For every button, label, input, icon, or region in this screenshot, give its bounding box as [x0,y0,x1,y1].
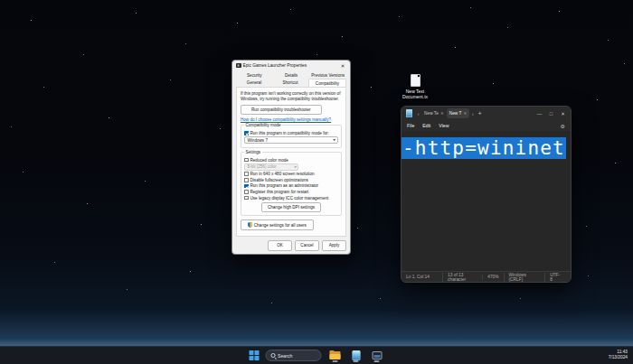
legacy-icc-row[interactable]: Use legacy display ICC color management [244,196,338,201]
tab-scroll-right-icon[interactable]: › [469,111,476,117]
tab-close-icon[interactable]: ✕ [463,111,467,116]
window-taskbar-icon [372,351,382,359]
compat-mode-checkbox-label: Run this program in compatibility mode f… [250,131,329,135]
reduced-color-row[interactable]: Reduced color mode [244,158,338,163]
tab-details[interactable]: Details [273,71,310,79]
change-all-users-label: Change settings for all users [254,223,307,228]
compatibility-mode-group: Compatibility mode Run this program in c… [241,125,342,148]
character-count: 13 of 13 character [442,273,482,282]
dialog-close-icon[interactable]: ✕ [339,63,346,69]
add-tab-icon[interactable]: + [476,110,484,117]
compat-os-dropdown-value: Windows 7 [248,138,268,143]
run-troubleshooter-button[interactable]: Run compatibility troubleshooter [241,105,322,115]
chevron-down-icon [294,165,297,168]
run-as-admin-row[interactable]: Run this program as an administrator [244,183,338,188]
apply-button[interactable]: Apply [322,240,346,250]
compat-mode-checkbox-row[interactable]: Run this program in compatibility mode f… [244,131,338,135]
clock-date: 7/13/2024 [609,356,628,362]
taskbar-properties-window[interactable] [370,349,384,363]
resolution-label: Run in 640 x 480 screen resolution [250,172,315,176]
taskbar: Search 11:43 7/13/2024 [0,346,633,364]
color-depth-dropdown: 8-bit (256) color [244,163,298,171]
cancel-button[interactable]: Cancel [295,240,319,250]
taskbar-clock[interactable]: 11:43 7/13/2024 [609,350,628,361]
start-button[interactable] [250,350,260,360]
compatibility-intro-text: If this program isn't working correctly … [241,91,342,102]
properties-dialog: E Epic Games Launcher Properties ✕ Secur… [231,60,351,255]
cursor-position: Ln 1, Col 14 [406,275,442,279]
document-icon [411,74,420,87]
settings-group: Settings Reduced color mode 8-bit (256) … [241,152,342,216]
maximize-icon[interactable]: □ [545,107,557,120]
line-ending[interactable]: Windows (CRLF) [504,273,545,282]
notepad-taskbar-icon [352,350,360,360]
compatibility-panel: If this program isn't working correctly … [236,87,346,237]
change-dpi-button[interactable]: Change high DPI settings [261,202,322,212]
compat-mode-checkbox[interactable] [244,131,249,135]
search-icon [271,353,276,358]
start-icon [250,350,254,355]
chevron-down-icon [333,138,335,141]
reduced-color-label: Reduced color mode [250,158,288,163]
ok-button[interactable]: OK [268,240,292,250]
change-all-users-button[interactable]: Change settings for all users [241,219,314,230]
taskbar-search[interactable]: Search [266,350,322,361]
dialog-tabs: Security Details Previous Versions Gener… [232,70,350,87]
uac-shield-icon [248,222,252,228]
fullscreen-opt-row[interactable]: Disable fullscreen optimizations [244,178,338,182]
selected-text[interactable]: -http=wininet [402,137,566,159]
register-restart-row[interactable]: Register this program for restart [244,190,338,194]
epic-games-icon: E [236,63,241,69]
taskbar-notepad[interactable] [349,349,364,363]
fullscreen-opt-label: Disable fullscreen optimizations [250,178,308,182]
running-indicator [374,360,380,362]
resolution-row[interactable]: Run in 640 x 480 screen resolution [244,172,338,176]
tab-previous-versions[interactable]: Previous Versions [309,71,346,79]
notepad-tab-active[interactable]: New T ✕ [447,108,470,118]
menu-view[interactable]: View [439,123,449,128]
file-explorer-icon [330,351,341,359]
search-label: Search [278,353,292,359]
menu-edit[interactable]: Edit [422,123,430,128]
reduced-color-checkbox[interactable] [244,158,249,163]
running-indicator [354,360,359,362]
run-as-admin-label: Run this program as an administrator [250,183,319,188]
register-restart-checkbox[interactable] [244,190,249,194]
clock-time: 11:43 [609,350,628,356]
notepad-tabbar[interactable]: ‹ New Te ✕ New T ✕ › + — □ ✕ [402,107,571,120]
tab-close-icon[interactable]: ✕ [440,111,444,116]
notepad-editor[interactable]: -http=wininet [402,131,571,271]
tab-scroll-left-icon[interactable]: ‹ [415,111,421,117]
notepad-icon [406,109,412,117]
run-as-admin-checkbox[interactable] [244,184,249,189]
minimize-icon[interactable]: — [534,107,545,120]
dialog-footer: OK Cancel Apply [268,240,346,250]
fullscreen-opt-checkbox[interactable] [244,178,249,182]
tab-security[interactable]: Security [236,71,273,79]
tab-general[interactable]: General [236,79,272,87]
taskbar-center: Search [250,347,384,364]
encoding[interactable]: UTF-8 [544,273,566,282]
notepad-menubar: File Edit View ⚙ [402,120,571,131]
settings-group-label: Settings [244,150,262,154]
legacy-icc-checkbox[interactable] [244,196,249,201]
desktop: New Text Document.tx E Epic Games Launch… [0,0,633,364]
menu-file[interactable]: File [407,123,414,128]
zoom-level[interactable]: 470% [482,275,503,279]
notepad-statusbar: Ln 1, Col 14 13 of 13 character 470% Win… [402,271,571,282]
resolution-checkbox[interactable] [244,172,249,176]
running-indicator [333,360,338,362]
close-icon[interactable]: ✕ [557,107,569,120]
starfield [0,0,1,1]
compatibility-help-link[interactable]: How do I choose compatibility settings m… [241,117,342,122]
desktop-icon-new-text-document[interactable]: New Text Document.tx [394,74,436,100]
tab-shortcut[interactable]: Shortcut [272,79,308,87]
gear-icon[interactable]: ⚙ [561,123,565,129]
compat-os-dropdown[interactable]: Windows 7 [244,136,338,144]
taskbar-file-explorer[interactable] [328,349,343,363]
dialog-titlebar[interactable]: E Epic Games Launcher Properties ✕ [232,61,350,70]
dialog-title: Epic Games Launcher Properties [243,63,338,68]
register-restart-label: Register this program for restart [250,190,309,194]
notepad-tab-inactive[interactable]: New Te ✕ [421,108,447,118]
tab-compatibility[interactable]: Compatibility [308,79,346,87]
